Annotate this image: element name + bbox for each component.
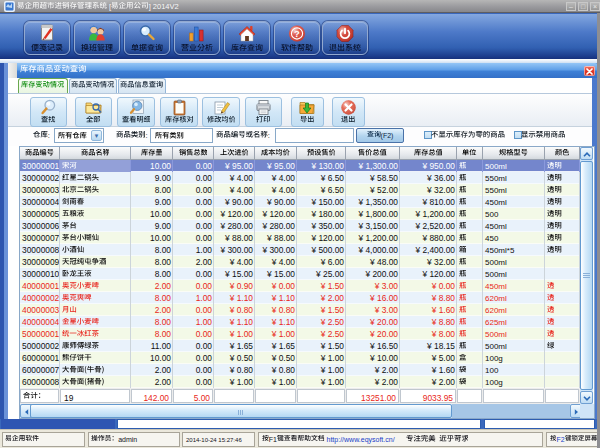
svg-text:?: ? bbox=[294, 28, 300, 39]
